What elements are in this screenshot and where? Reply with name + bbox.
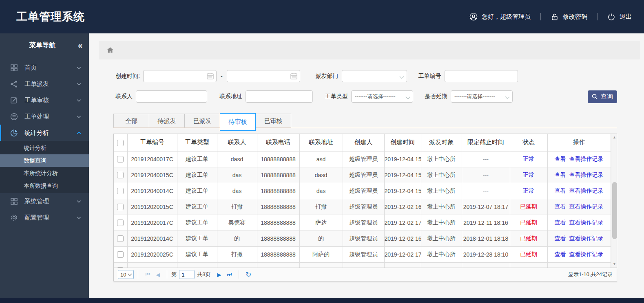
sidebar-item-1[interactable]: 工单派发 (0, 76, 89, 92)
view-log-link[interactable]: 查看操作记录 (569, 171, 604, 178)
view-link[interactable]: 查看 (555, 219, 566, 226)
home-icon[interactable] (106, 46, 114, 54)
cell-deadline: 2019-12-11 18:16 (462, 215, 510, 231)
cell-address: 阿萨的 (299, 246, 343, 262)
cell-address: das (299, 183, 343, 199)
scrollbar-thumb[interactable] (612, 182, 617, 239)
table-row: 201912020015C 建议工单 打撒 18888888888 打撒 超级管… (114, 199, 611, 215)
cell-target: 墩上中心所 (421, 199, 462, 215)
view-log-link[interactable]: 查看操作记录 (569, 235, 604, 242)
cell-target: 墩上中心所 (421, 231, 462, 246)
view-link[interactable]: 查看 (555, 235, 566, 242)
page-size-select[interactable]: 10 (118, 270, 134, 279)
tab-bar: 全部待派发已派发待审核已审核 (113, 111, 617, 128)
edit-icon (10, 97, 18, 104)
order-type-select[interactable]: -------请选择------- (351, 90, 413, 103)
row-checkbox[interactable] (117, 220, 124, 226)
cell-order-no: 201912020015C (127, 199, 177, 215)
sidebar-subitem-4-1[interactable]: 数据查询 (0, 154, 89, 167)
view-log-link[interactable]: 查看操作记录 (569, 187, 604, 194)
logout-button[interactable]: 退出 (607, 13, 632, 21)
view-link[interactable]: 查看 (555, 171, 566, 178)
view-log-link[interactable]: 查看操作记录 (569, 251, 604, 257)
cell-address: asd (299, 151, 343, 167)
sidebar-subitem-4-2[interactable]: 本所统计分析 (0, 167, 89, 180)
cell-creator: 超级管理员 (343, 183, 384, 199)
sidebar-item-3[interactable]: 工单处理 (0, 108, 89, 125)
scroll-down-arrow[interactable]: ▼ (611, 261, 617, 268)
sidebar-collapse-button[interactable]: « (78, 41, 82, 50)
cell-actions: 查看查看操作记录 (547, 183, 611, 199)
cell-phone: 18888888888 (257, 199, 299, 215)
tab-0[interactable]: 全部 (113, 114, 149, 128)
delayed-select[interactable]: -------请选择------- (451, 90, 513, 103)
cell-contact: das (217, 183, 257, 199)
view-log-link[interactable]: 查看操作记录 (569, 156, 604, 162)
cell-phone: 18888888888 (257, 151, 299, 167)
column-header: 限定截止时间 (462, 134, 510, 151)
sidebar-subitem-4-0[interactable]: 统计分析 (0, 142, 89, 154)
database-icon (10, 113, 18, 121)
view-link[interactable]: 查看 (555, 156, 566, 162)
row-checkbox[interactable] (117, 267, 124, 268)
view-link[interactable]: 查看 (555, 203, 566, 210)
user-greeting[interactable]: 您好，超级管理员 (469, 13, 531, 21)
sidebar-menu: 首页 工单派发 工单审核 工单处理 统计分析 统计分析数据查询本所统计分析本所数… (0, 57, 89, 226)
date-to-input[interactable] (227, 70, 300, 82)
row-checkbox[interactable] (117, 251, 124, 258)
last-page-button[interactable]: ⏭ (227, 271, 232, 278)
sidebar-subitem-4-3[interactable]: 本所数据查询 (0, 180, 89, 192)
select-all-checkbox[interactable] (117, 140, 124, 146)
cell-actions: 查看查看操作记录 (547, 167, 611, 183)
view-link[interactable]: 查看 (555, 187, 566, 194)
cell-contact: 打撒 (217, 199, 257, 215)
vertical-scrollbar[interactable]: ▲ ▼ (611, 134, 617, 268)
address-label: 联系地址 (219, 93, 242, 100)
calendar-icon[interactable] (207, 72, 214, 79)
cell-actions: 查看查看操作记录 (547, 151, 611, 167)
address-input[interactable] (246, 90, 313, 103)
next-page-button[interactable]: ▶ (217, 272, 221, 278)
date-from-input[interactable] (143, 70, 217, 82)
record-summary: 显示1-10,共24记录 (568, 271, 613, 278)
gear-icon (10, 214, 18, 222)
tab-1[interactable]: 待派发 (149, 114, 185, 128)
sidebar-item-label: 工单处理 (24, 113, 49, 121)
tab-4[interactable]: 已审核 (255, 114, 291, 128)
dispatch-dept-select[interactable] (342, 70, 407, 82)
tab-3[interactable]: 待审核 (220, 113, 256, 131)
chevron-down-icon (505, 95, 510, 99)
sidebar-item-6[interactable]: 配置管理 (0, 209, 89, 226)
refresh-icon[interactable]: ↻ (246, 270, 251, 279)
row-checkbox[interactable] (117, 188, 124, 194)
sidebar-item-0[interactable]: 首页 (0, 59, 89, 76)
view-link[interactable]: 查看 (555, 251, 566, 257)
view-log-link[interactable]: 查看操作记录 (569, 219, 604, 226)
scroll-up-arrow[interactable]: ▲ (611, 134, 617, 141)
dispatch-dept-label: 派发部门 (316, 72, 339, 80)
row-checkbox[interactable] (117, 235, 124, 242)
first-page-button[interactable]: ⏮ (145, 271, 150, 278)
sidebar-item-4[interactable]: 统计分析 (0, 125, 89, 141)
sidebar-item-2[interactable]: 工单审核 (0, 92, 89, 108)
column-header: 工单编号 (127, 134, 177, 151)
page-number-input[interactable] (179, 270, 195, 279)
lock-icon (551, 13, 559, 21)
row-checkbox[interactable] (117, 156, 124, 162)
search-button[interactable]: 查询 (588, 90, 617, 103)
row-checkbox[interactable] (117, 172, 124, 178)
change-password-button[interactable]: 修改密码 (551, 13, 587, 21)
view-log-link[interactable]: 查看操作记录 (569, 203, 604, 210)
calendar-icon[interactable] (290, 72, 297, 79)
row-checkbox[interactable] (117, 204, 124, 210)
logout-label: 退出 (620, 13, 632, 21)
contact-input[interactable] (136, 90, 207, 103)
cell-status: 已延期 (510, 246, 547, 262)
order-no-input[interactable] (445, 70, 518, 82)
sidebar-item-label: 工单审核 (24, 97, 49, 104)
cell-created: 2019-12-02 17 (384, 246, 421, 262)
cell-address: 打撒 (299, 199, 343, 215)
sidebar-item-5[interactable]: 系统管理 (0, 193, 89, 209)
prev-page-button[interactable]: ◀ (156, 272, 160, 278)
tab-2[interactable]: 已派发 (184, 114, 220, 128)
